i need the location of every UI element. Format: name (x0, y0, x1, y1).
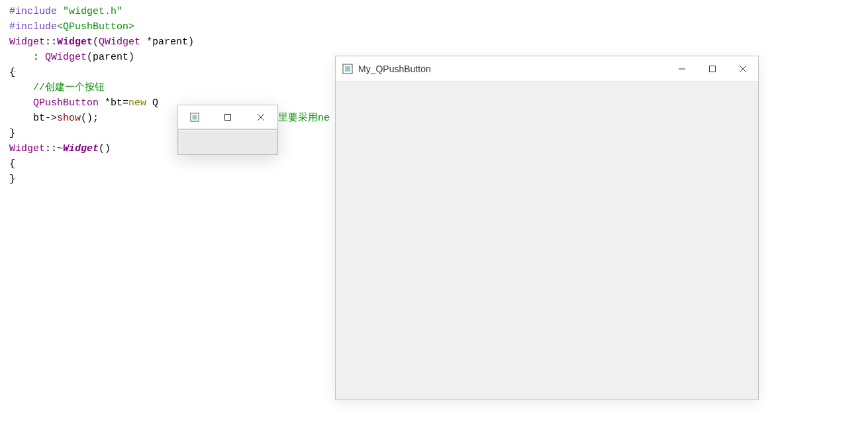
window-client-area[interactable] (336, 81, 758, 400)
fold-marker-icon[interactable]: ˅ (13, 174, 17, 189)
code-token: } (9, 128, 15, 139)
code-line[interactable]: Widget::~Widget() (9, 141, 194, 156)
code-line[interactable]: } (9, 126, 194, 141)
code-line[interactable]: #include "widget.h" (9, 4, 194, 19)
svg-rect-1 (345, 66, 350, 72)
code-token: show (57, 113, 81, 124)
title-left: My_QPushButton (336, 64, 431, 74)
svg-rect-7 (193, 115, 197, 119)
titlebar[interactable]: My_QPushButton (336, 56, 758, 81)
close-button[interactable] (728, 56, 758, 81)
window-title: My_QPushButton (358, 64, 431, 74)
code-token: *parent (140, 36, 188, 48)
code-token: () (99, 143, 111, 154)
code-line[interactable]: { (9, 156, 194, 172)
close-button[interactable] (248, 105, 273, 129)
fold-marker-icon[interactable]: ˅ (13, 67, 17, 82)
code-token: ::~ (45, 143, 63, 154)
app-icon (342, 64, 353, 74)
code-token: *bt= (99, 97, 128, 109)
maximize-button[interactable] (697, 56, 728, 81)
titlebar[interactable] (178, 105, 277, 129)
code-editor[interactable]: #include "widget.h"#include<QPushButton>… (9, 4, 194, 187)
code-token: (parent) (87, 52, 134, 63)
code-token: :: (45, 36, 57, 48)
code-token: QWidget (45, 52, 87, 63)
code-token: Widget (9, 143, 45, 154)
code-token: QPushButton (33, 97, 99, 109)
code-token: <QPushButton> (57, 21, 134, 32)
code-token: "widget.h" (63, 6, 122, 17)
code-token: ( (93, 36, 99, 48)
code-line[interactable]: { (9, 65, 194, 80)
code-token: Widget (63, 143, 99, 154)
code-line[interactable]: QPushButton *bt=new Q (9, 95, 194, 111)
code-token: Widget (57, 36, 93, 48)
qt-main-window[interactable]: My_QPushButton (335, 56, 759, 400)
code-token (9, 97, 33, 109)
svg-rect-3 (710, 66, 716, 72)
qt-small-window[interactable] (177, 105, 278, 155)
code-token: new (128, 97, 146, 109)
code-token: bt-> (9, 113, 57, 124)
minimize-button[interactable] (667, 56, 697, 81)
code-token: #include (9, 21, 57, 32)
code-token: Widget (9, 36, 45, 48)
code-token: : (9, 52, 45, 63)
code-token: ) (188, 36, 194, 48)
window-controls (178, 105, 277, 129)
app-icon (182, 105, 207, 129)
window-controls (667, 56, 758, 81)
code-line[interactable]: #include<QPushButton> (9, 19, 194, 34)
code-token: { (9, 158, 15, 170)
svg-rect-8 (225, 114, 231, 120)
pushbutton-client[interactable] (178, 129, 277, 154)
code-line[interactable]: bt->show(); (9, 111, 194, 126)
code-line[interactable]: //创建一个按钮 (9, 80, 194, 95)
code-token: #include (9, 6, 63, 17)
code-line[interactable]: Widget::Widget(QWidget *parent) (9, 34, 194, 50)
code-line[interactable]: : QWidget(parent) (9, 50, 194, 65)
code-token: QWidget (99, 36, 140, 48)
code-token: //创建一个按钮 (9, 82, 105, 93)
maximize-button[interactable] (215, 105, 240, 129)
code-token: Q (146, 97, 158, 109)
code-line[interactable]: } (9, 172, 194, 187)
code-token: 里要采用ne (278, 111, 330, 126)
code-token: (); (81, 113, 99, 124)
